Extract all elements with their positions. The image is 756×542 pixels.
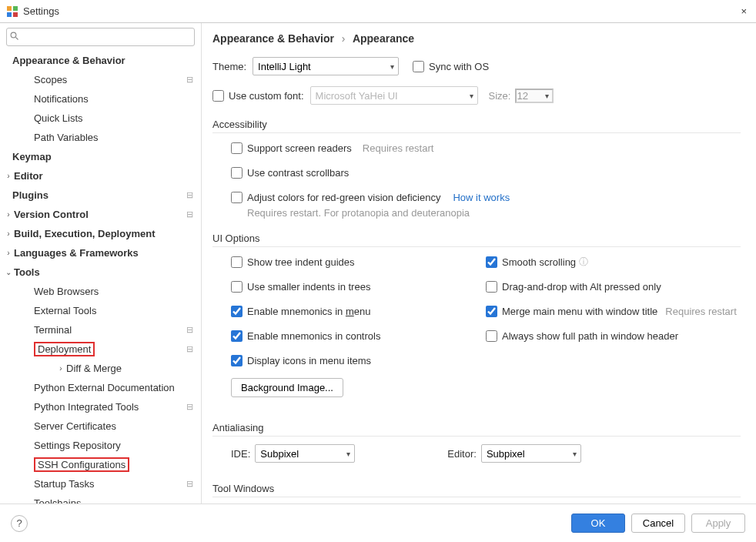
tree-item-toolchains[interactable]: Toolchains [0,493,201,504]
search-row [0,23,201,51]
tree-item-python-integrated-tools[interactable]: Python Integrated Tools⊟ [0,397,201,417]
tree-item-label: Python Integrated Tools [34,401,139,413]
icons-menu-checkbox[interactable] [231,355,243,366]
smaller-indents-label: Use smaller indents in trees [247,281,370,293]
tree-item-startup-tasks[interactable]: Startup Tasks⊟ [0,474,201,493]
font-size-input[interactable] [515,89,554,103]
tree-item-keymap[interactable]: Keymap [0,147,201,166]
cancel-button[interactable]: Cancel [631,514,685,533]
full-path-checkbox[interactable] [486,330,497,342]
aa-editor-select[interactable]: Subpixel [481,444,581,463]
theme-select[interactable]: IntelliJ Light [253,57,399,75]
tree-item-ssh-configurations[interactable]: SSH Configurations [0,455,201,474]
use-custom-font-checkbox[interactable] [212,90,224,102]
project-scope-icon: ⊟ [186,325,193,335]
tree-item-external-tools[interactable]: External Tools [0,301,201,320]
help-icon[interactable]: ⓘ [579,256,588,269]
search-icon [10,32,19,43]
background-image-button[interactable]: Background Image... [231,378,343,397]
tree-item-diff-merge[interactable]: ›Diff & Merge [0,359,201,378]
drag-drop-alt-checkbox[interactable] [486,281,497,293]
adjust-colors-checkbox[interactable] [231,192,243,203]
full-path-label: Always show full path in window header [502,330,678,342]
chevron-icon: › [3,210,14,219]
svg-rect-1 [13,6,18,11]
tree-item-label: Path Variables [34,132,99,143]
sync-os-label: Sync with OS [429,61,489,72]
contrast-scrollbars-checkbox[interactable] [231,167,243,179]
tree-item-label: Languages & Frameworks [14,247,139,259]
smooth-scrolling-label: Smooth scrolling [502,256,576,268]
drag-drop-alt-label: Drag-and-drop with Alt pressed only [502,281,661,293]
tree-item-label: Build, Execution, Deployment [14,228,155,239]
tree-item-label: Deployment [34,342,95,356]
tree-item-label: Keymap [12,151,52,162]
tree-item-deployment[interactable]: Deployment⊟ [0,340,201,359]
tree-item-label: Server Certificates [34,420,116,432]
content-panel: Appearance & Behavior › Appearance Theme… [202,23,756,504]
project-scope-icon: ⊟ [186,209,193,219]
tree-item-languages-frameworks[interactable]: ›Languages & Frameworks [0,243,201,263]
tree-item-label: Terminal [34,324,72,336]
svg-rect-0 [7,6,12,11]
mnemonics-menu-checkbox[interactable] [231,306,243,317]
tree-item-quick-lists[interactable]: Quick Lists [0,109,201,128]
ui-options-heading: UI Options [212,233,741,247]
tree-item-notifications[interactable]: Notifications [0,89,201,109]
tree-item-label: Version Control [14,209,89,220]
tree-item-label: Web Browsers [34,286,99,297]
accessibility-heading: Accessibility [212,119,741,133]
screen-readers-label: Support screen readers [247,142,352,154]
tree-item-scopes[interactable]: Scopes⊟ [0,70,201,89]
font-select[interactable]: Microsoft YaHei UI [310,86,478,105]
tree-item-version-control[interactable]: ›Version Control⊟ [0,205,201,224]
ok-button[interactable]: OK [571,514,625,533]
tree-item-web-browsers[interactable]: Web Browsers [0,282,201,301]
tree-item-build-execution-deployment[interactable]: ›Build, Execution, Deployment [0,224,201,243]
tree-indent-checkbox[interactable] [231,256,243,268]
tree-item-plugins[interactable]: Plugins⊟ [0,186,201,205]
tree-item-tools[interactable]: ⌄Tools [0,263,201,282]
sync-os-checkbox[interactable] [413,61,424,72]
tree-item-python-external-documentation[interactable]: Python External Documentation [0,378,201,397]
use-custom-font-label: Use custom font: [229,90,304,102]
tree-item-terminal[interactable]: Terminal⊟ [0,320,201,340]
smaller-indents-checkbox[interactable] [231,281,243,293]
breadcrumb-root[interactable]: Appearance & Behavior [212,32,334,45]
smooth-scrolling-checkbox[interactable] [486,256,497,268]
tree-item-path-variables[interactable]: Path Variables [0,128,201,147]
tree-item-label: Diff & Merge [66,363,122,374]
restart-hint: Requires restart [363,142,433,154]
search-input-wrap[interactable] [6,28,195,46]
restart-hint: Requires restart [665,306,736,317]
tree-item-settings-repository[interactable]: Settings Repository [0,436,201,455]
screen-readers-checkbox[interactable] [231,142,243,154]
app-icon [6,5,18,18]
aa-ide-select[interactable]: Subpixel [255,444,355,463]
search-input[interactable] [21,32,191,42]
tree-item-label: Python External Documentation [34,382,175,393]
settings-tree[interactable]: Appearance & BehaviorScopes⊟Notification… [0,51,201,504]
tree-item-label: Notifications [34,93,89,105]
merge-menu-checkbox[interactable] [486,306,497,317]
mnemonics-controls-label: Enable mnemonics in controls [247,330,380,342]
tree-item-server-certificates[interactable]: Server Certificates [0,417,201,436]
apply-button[interactable]: Apply [691,514,745,533]
tree-item-editor[interactable]: ›Editor [0,166,201,186]
breadcrumb-leaf: Appearance [353,32,414,45]
tool-windows-heading: Tool Windows [212,483,741,497]
dialog-footer: ? OK Cancel Apply [0,504,756,542]
tree-item-label: Toolchains [34,497,81,504]
help-button[interactable]: ? [11,515,28,532]
project-scope-icon: ⊟ [186,479,193,489]
how-it-works-link[interactable]: How it works [453,192,510,203]
tree-item-label: Quick Lists [34,112,83,124]
svg-line-5 [16,37,18,39]
close-icon[interactable]: × [738,2,750,20]
svg-point-4 [11,32,16,38]
mnemonics-controls-checkbox[interactable] [231,330,243,342]
tree-item-label: Tools [14,266,40,278]
adjust-colors-label: Adjust colors for red-green vision defic… [247,192,440,203]
title-bar: Settings × [0,0,756,23]
tree-item-appearance-behavior[interactable]: Appearance & Behavior [0,51,201,70]
